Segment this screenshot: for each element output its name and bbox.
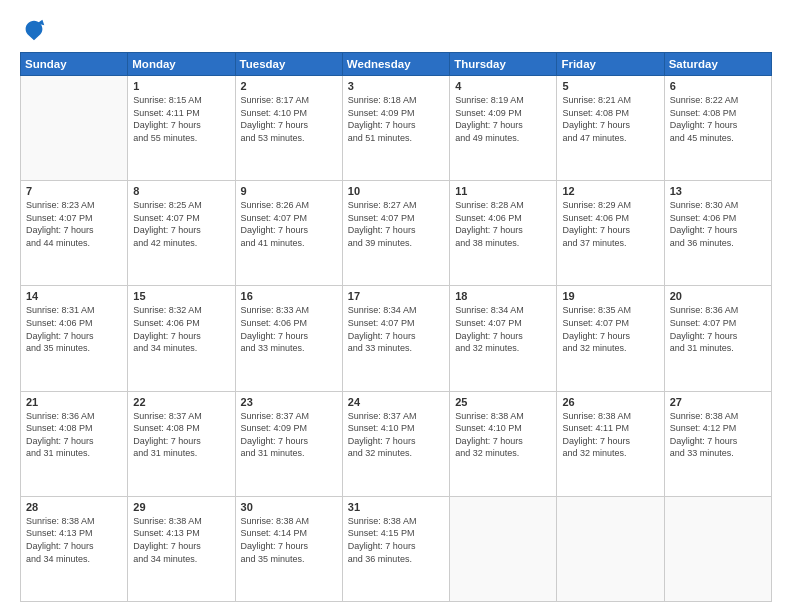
day-cell: 18Sunrise: 8:34 AMSunset: 4:07 PMDayligh… xyxy=(450,286,557,391)
day-info: Sunrise: 8:30 AMSunset: 4:06 PMDaylight:… xyxy=(670,199,766,249)
header-saturday: Saturday xyxy=(664,53,771,76)
day-info: Sunrise: 8:38 AMSunset: 4:11 PMDaylight:… xyxy=(562,410,658,460)
day-cell xyxy=(557,496,664,601)
day-info: Sunrise: 8:17 AMSunset: 4:10 PMDaylight:… xyxy=(241,94,337,144)
day-info: Sunrise: 8:23 AMSunset: 4:07 PMDaylight:… xyxy=(26,199,122,249)
header-row: SundayMondayTuesdayWednesdayThursdayFrid… xyxy=(21,53,772,76)
day-number: 23 xyxy=(241,396,337,408)
day-cell: 22Sunrise: 8:37 AMSunset: 4:08 PMDayligh… xyxy=(128,391,235,496)
day-cell: 1Sunrise: 8:15 AMSunset: 4:11 PMDaylight… xyxy=(128,76,235,181)
day-info: Sunrise: 8:36 AMSunset: 4:07 PMDaylight:… xyxy=(670,304,766,354)
day-info: Sunrise: 8:21 AMSunset: 4:08 PMDaylight:… xyxy=(562,94,658,144)
day-number: 10 xyxy=(348,185,444,197)
day-info: Sunrise: 8:19 AMSunset: 4:09 PMDaylight:… xyxy=(455,94,551,144)
day-number: 2 xyxy=(241,80,337,92)
logo-icon xyxy=(20,16,48,44)
day-number: 15 xyxy=(133,290,229,302)
day-number: 5 xyxy=(562,80,658,92)
day-cell: 24Sunrise: 8:37 AMSunset: 4:10 PMDayligh… xyxy=(342,391,449,496)
day-info: Sunrise: 8:37 AMSunset: 4:09 PMDaylight:… xyxy=(241,410,337,460)
day-cell: 31Sunrise: 8:38 AMSunset: 4:15 PMDayligh… xyxy=(342,496,449,601)
day-info: Sunrise: 8:15 AMSunset: 4:11 PMDaylight:… xyxy=(133,94,229,144)
day-cell: 9Sunrise: 8:26 AMSunset: 4:07 PMDaylight… xyxy=(235,181,342,286)
header-monday: Monday xyxy=(128,53,235,76)
day-info: Sunrise: 8:31 AMSunset: 4:06 PMDaylight:… xyxy=(26,304,122,354)
day-number: 27 xyxy=(670,396,766,408)
header-wednesday: Wednesday xyxy=(342,53,449,76)
day-number: 7 xyxy=(26,185,122,197)
day-info: Sunrise: 8:37 AMSunset: 4:10 PMDaylight:… xyxy=(348,410,444,460)
day-cell: 8Sunrise: 8:25 AMSunset: 4:07 PMDaylight… xyxy=(128,181,235,286)
header-thursday: Thursday xyxy=(450,53,557,76)
day-cell: 25Sunrise: 8:38 AMSunset: 4:10 PMDayligh… xyxy=(450,391,557,496)
day-cell: 26Sunrise: 8:38 AMSunset: 4:11 PMDayligh… xyxy=(557,391,664,496)
day-number: 13 xyxy=(670,185,766,197)
day-number: 16 xyxy=(241,290,337,302)
day-number: 26 xyxy=(562,396,658,408)
day-number: 14 xyxy=(26,290,122,302)
day-cell: 4Sunrise: 8:19 AMSunset: 4:09 PMDaylight… xyxy=(450,76,557,181)
header-tuesday: Tuesday xyxy=(235,53,342,76)
day-cell xyxy=(664,496,771,601)
day-info: Sunrise: 8:18 AMSunset: 4:09 PMDaylight:… xyxy=(348,94,444,144)
page: SundayMondayTuesdayWednesdayThursdayFrid… xyxy=(0,0,792,612)
day-number: 21 xyxy=(26,396,122,408)
day-cell: 5Sunrise: 8:21 AMSunset: 4:08 PMDaylight… xyxy=(557,76,664,181)
day-cell: 2Sunrise: 8:17 AMSunset: 4:10 PMDaylight… xyxy=(235,76,342,181)
day-info: Sunrise: 8:38 AMSunset: 4:13 PMDaylight:… xyxy=(133,515,229,565)
day-info: Sunrise: 8:27 AMSunset: 4:07 PMDaylight:… xyxy=(348,199,444,249)
day-info: Sunrise: 8:38 AMSunset: 4:15 PMDaylight:… xyxy=(348,515,444,565)
day-number: 17 xyxy=(348,290,444,302)
week-row-1: 7Sunrise: 8:23 AMSunset: 4:07 PMDaylight… xyxy=(21,181,772,286)
day-cell: 29Sunrise: 8:38 AMSunset: 4:13 PMDayligh… xyxy=(128,496,235,601)
day-number: 18 xyxy=(455,290,551,302)
week-row-2: 14Sunrise: 8:31 AMSunset: 4:06 PMDayligh… xyxy=(21,286,772,391)
day-cell: 11Sunrise: 8:28 AMSunset: 4:06 PMDayligh… xyxy=(450,181,557,286)
header-sunday: Sunday xyxy=(21,53,128,76)
day-cell: 30Sunrise: 8:38 AMSunset: 4:14 PMDayligh… xyxy=(235,496,342,601)
week-row-3: 21Sunrise: 8:36 AMSunset: 4:08 PMDayligh… xyxy=(21,391,772,496)
day-info: Sunrise: 8:38 AMSunset: 4:12 PMDaylight:… xyxy=(670,410,766,460)
day-number: 8 xyxy=(133,185,229,197)
day-cell: 19Sunrise: 8:35 AMSunset: 4:07 PMDayligh… xyxy=(557,286,664,391)
day-number: 4 xyxy=(455,80,551,92)
day-info: Sunrise: 8:25 AMSunset: 4:07 PMDaylight:… xyxy=(133,199,229,249)
day-info: Sunrise: 8:22 AMSunset: 4:08 PMDaylight:… xyxy=(670,94,766,144)
calendar: SundayMondayTuesdayWednesdayThursdayFrid… xyxy=(20,52,772,602)
day-number: 31 xyxy=(348,501,444,513)
day-info: Sunrise: 8:34 AMSunset: 4:07 PMDaylight:… xyxy=(455,304,551,354)
day-cell: 14Sunrise: 8:31 AMSunset: 4:06 PMDayligh… xyxy=(21,286,128,391)
day-number: 9 xyxy=(241,185,337,197)
day-info: Sunrise: 8:36 AMSunset: 4:08 PMDaylight:… xyxy=(26,410,122,460)
day-cell: 21Sunrise: 8:36 AMSunset: 4:08 PMDayligh… xyxy=(21,391,128,496)
day-number: 3 xyxy=(348,80,444,92)
day-cell: 16Sunrise: 8:33 AMSunset: 4:06 PMDayligh… xyxy=(235,286,342,391)
day-cell: 13Sunrise: 8:30 AMSunset: 4:06 PMDayligh… xyxy=(664,181,771,286)
day-number: 11 xyxy=(455,185,551,197)
day-cell: 6Sunrise: 8:22 AMSunset: 4:08 PMDaylight… xyxy=(664,76,771,181)
day-cell: 28Sunrise: 8:38 AMSunset: 4:13 PMDayligh… xyxy=(21,496,128,601)
day-number: 28 xyxy=(26,501,122,513)
week-row-0: 1Sunrise: 8:15 AMSunset: 4:11 PMDaylight… xyxy=(21,76,772,181)
header xyxy=(20,16,772,44)
day-number: 25 xyxy=(455,396,551,408)
day-number: 12 xyxy=(562,185,658,197)
day-info: Sunrise: 8:35 AMSunset: 4:07 PMDaylight:… xyxy=(562,304,658,354)
day-cell: 7Sunrise: 8:23 AMSunset: 4:07 PMDaylight… xyxy=(21,181,128,286)
day-number: 29 xyxy=(133,501,229,513)
logo xyxy=(20,16,52,44)
day-number: 22 xyxy=(133,396,229,408)
day-cell: 27Sunrise: 8:38 AMSunset: 4:12 PMDayligh… xyxy=(664,391,771,496)
day-cell xyxy=(450,496,557,601)
day-cell: 12Sunrise: 8:29 AMSunset: 4:06 PMDayligh… xyxy=(557,181,664,286)
day-info: Sunrise: 8:38 AMSunset: 4:14 PMDaylight:… xyxy=(241,515,337,565)
day-info: Sunrise: 8:28 AMSunset: 4:06 PMDaylight:… xyxy=(455,199,551,249)
day-info: Sunrise: 8:37 AMSunset: 4:08 PMDaylight:… xyxy=(133,410,229,460)
day-info: Sunrise: 8:38 AMSunset: 4:13 PMDaylight:… xyxy=(26,515,122,565)
day-cell xyxy=(21,76,128,181)
day-number: 24 xyxy=(348,396,444,408)
day-cell: 10Sunrise: 8:27 AMSunset: 4:07 PMDayligh… xyxy=(342,181,449,286)
day-info: Sunrise: 8:34 AMSunset: 4:07 PMDaylight:… xyxy=(348,304,444,354)
week-row-4: 28Sunrise: 8:38 AMSunset: 4:13 PMDayligh… xyxy=(21,496,772,601)
day-number: 19 xyxy=(562,290,658,302)
